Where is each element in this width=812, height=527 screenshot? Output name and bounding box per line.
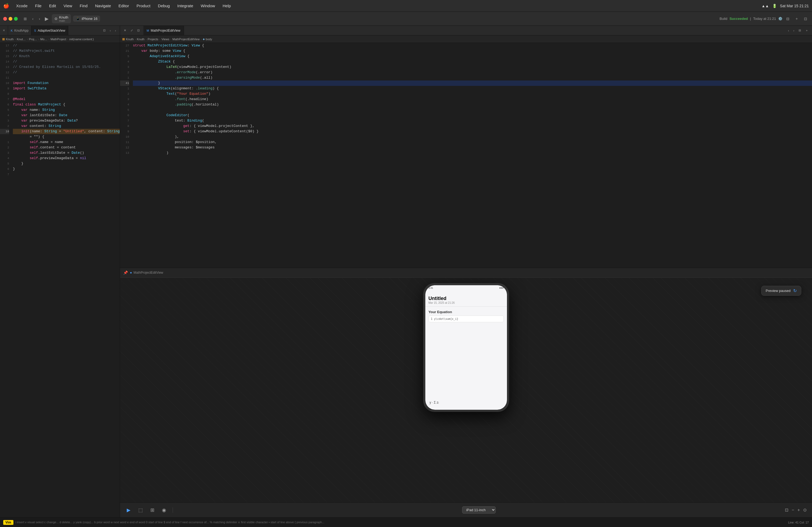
rcl-5b xyxy=(133,107,812,113)
layout-toggle-button[interactable]: ⊡ xyxy=(802,16,809,22)
zoom-reset-button[interactable]: ⊙ xyxy=(802,506,808,514)
inspector-toggle-button[interactable]: ⊟ xyxy=(785,16,791,22)
rbc-knuth1[interactable]: Knuth xyxy=(126,37,134,41)
zoom-out-button[interactable]: − xyxy=(791,507,795,514)
scheme-selector[interactable]: ⊙ Knuth main xyxy=(52,14,71,23)
split-view-button[interactable]: ⊡ xyxy=(102,28,107,33)
rcl-7b: text: Binding( xyxy=(133,118,812,123)
close-window-button[interactable] xyxy=(3,17,7,21)
battery-icon: 🔋 xyxy=(772,4,777,8)
menu-debug[interactable]: Debug xyxy=(156,3,171,9)
status-bar: Vim i insert v visual select c change...… xyxy=(0,517,812,527)
right-tab-mathproject[interactable]: M MathProjectEditView xyxy=(143,26,184,35)
right-add-btn[interactable]: ＋ xyxy=(804,27,810,33)
rcl-27: struct MathProjectEditView: View { xyxy=(133,43,812,48)
scheme-sub: main xyxy=(59,19,68,22)
nav-right-button[interactable]: › xyxy=(113,28,118,33)
right-inspector-btn[interactable]: ⊟ xyxy=(797,28,802,33)
right-tab-actions-left: ✕ ⤢ ⊡ xyxy=(120,28,143,33)
line-num-cont xyxy=(0,134,9,139)
run-button[interactable]: ▶ xyxy=(44,15,50,23)
rcl-4a: ZStack { xyxy=(133,59,812,64)
menu-xcode[interactable]: Xcode xyxy=(14,3,29,9)
rln-7b: 7 xyxy=(120,118,129,123)
menu-file[interactable]: File xyxy=(33,3,43,9)
maximize-window-button[interactable] xyxy=(14,17,18,21)
zoom-in-button[interactable]: + xyxy=(796,507,801,514)
rbc-projects[interactable]: Projects xyxy=(148,37,158,41)
menu-find[interactable]: Find xyxy=(78,3,89,9)
rcl-5: AdaptiveStackView { xyxy=(133,54,812,59)
menu-integrate[interactable]: Integrate xyxy=(176,3,195,9)
code-line-7: @Model xyxy=(13,96,120,102)
rln-2a: 2 xyxy=(120,70,129,75)
right-breadcrumb: ▦ Knuth › Knuth › Projects › Views › Mat… xyxy=(120,35,812,43)
rln-13b: 13 xyxy=(120,150,129,156)
window-controls xyxy=(3,17,18,21)
close-icon[interactable]: ✕ xyxy=(3,29,5,32)
nav-back-button[interactable]: ‹ xyxy=(31,16,35,22)
menu-navigate[interactable]: Navigate xyxy=(93,3,113,9)
build-status: Build Succeeded | Today at 21:21 ⚙️ xyxy=(720,17,782,21)
rbc-mathproject[interactable]: MathProjectEditView xyxy=(172,37,200,41)
menu-help[interactable]: Help xyxy=(221,3,233,9)
code-line-cont: = "") { xyxy=(13,134,120,139)
pin-icon[interactable]: 📌 xyxy=(123,270,128,275)
wifi-icon: ▲▲ xyxy=(762,4,769,8)
rcl-13b: ) xyxy=(133,150,812,156)
bc-knut[interactable]: Knut… xyxy=(17,37,26,41)
sidebar-toggle-button[interactable]: ⊞ xyxy=(22,16,28,22)
left-tab-adaptivestack[interactable]: S AdaptiveStackView xyxy=(31,26,68,35)
bc-init[interactable]: init(name:content:) xyxy=(69,37,94,41)
menu-edit[interactable]: Edit xyxy=(47,3,58,9)
preview-grid-button[interactable]: ⊞ xyxy=(148,506,157,514)
apple-menu[interactable]: 🍎 xyxy=(3,3,9,9)
device-select[interactable]: iPad 11-inch iPhone 16 iPhone 15 Pro xyxy=(462,506,496,514)
left-code-editor[interactable]: 17 16 15 14 13 12 11 10 9 8 7 6 5 4 3 2 … xyxy=(0,43,120,517)
knuthapp-file-icon: K xyxy=(11,29,13,32)
zoom-fit-button[interactable]: ⊡ xyxy=(784,506,789,514)
code-line-17: // xyxy=(13,43,120,48)
right-nav-left[interactable]: ‹ xyxy=(786,28,791,33)
right-expand-button[interactable]: ⤢ xyxy=(129,28,134,33)
minimize-window-button[interactable] xyxy=(9,17,12,21)
left-code-content[interactable]: // // MathProject.swift // Knuth // // C… xyxy=(11,43,120,517)
line-num-6: 6 xyxy=(0,102,9,107)
nav-left-button[interactable]: ‹ xyxy=(108,28,113,33)
device-selector[interactable]: 📱 iPhone 16 xyxy=(73,16,100,22)
right-close-button[interactable]: ✕ xyxy=(122,28,128,33)
rcl-4b: .padding(.horizontal) xyxy=(133,102,812,107)
nav-forward-button[interactable]: › xyxy=(37,16,42,22)
rln-3a: 3 xyxy=(120,64,129,70)
bc-proj[interactable]: Proj… xyxy=(29,37,37,41)
code-line-5b: } xyxy=(13,161,120,166)
add-button[interactable]: ＋ xyxy=(793,15,800,22)
preview-color-button[interactable]: ◉ xyxy=(160,506,168,514)
left-tab-knuthapp[interactable]: K KnuthApp xyxy=(8,26,31,35)
right-split-button[interactable]: ⊡ xyxy=(135,28,141,33)
rln-10b: 10 xyxy=(120,134,129,139)
preview-inspect-button[interactable]: ⬚ xyxy=(136,506,145,514)
left-editor-pane: ✕ K KnuthApp S AdaptiveStackView ⊡ ‹ › ▦… xyxy=(0,26,120,517)
right-editor[interactable]: 27 21 5 4 3 2 1 41 1 2 3 4 5 6 7 8 9 xyxy=(120,43,812,268)
divider xyxy=(173,508,173,513)
menu-editor[interactable]: Editor xyxy=(117,3,130,9)
rbc-knuth2[interactable]: Knuth xyxy=(137,37,144,41)
rbc-body[interactable]: ◈ body xyxy=(203,37,212,41)
bc-knuth[interactable]: Knuth xyxy=(6,37,14,41)
preview-refresh-icon[interactable]: ↻ xyxy=(793,288,797,293)
menu-view[interactable]: View xyxy=(62,3,74,9)
phone-date: Mar 15, 2025 at 21:26 xyxy=(429,301,455,304)
line-num-5b: 5 xyxy=(0,161,9,166)
menu-window[interactable]: Window xyxy=(199,3,217,9)
preview-play-button[interactable]: ▶ xyxy=(124,506,133,514)
left-tab-close-btn[interactable]: ✕ xyxy=(0,26,8,35)
right-code-content[interactable]: struct MathProjectEditView: View { var b… xyxy=(131,43,812,268)
rbc-views[interactable]: Views xyxy=(161,37,169,41)
rcl-8b: get: { viewModel.projectContent }, xyxy=(133,123,812,129)
menu-product[interactable]: Product xyxy=(135,3,152,9)
bc-mo[interactable]: Mo… xyxy=(40,37,47,41)
bc-mathproject[interactable]: MathProject xyxy=(50,37,66,41)
line-num-15: 15 xyxy=(0,54,9,59)
right-nav-right[interactable]: › xyxy=(792,28,796,33)
